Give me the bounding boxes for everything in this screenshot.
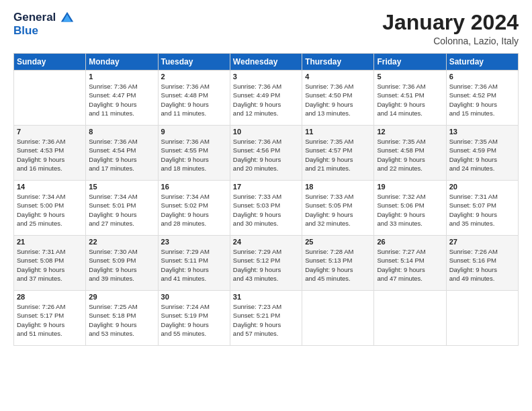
day-info: Sunrise: 7:23 AMSunset: 5:21 PMDaylight:… <box>233 302 299 338</box>
day-number: 3 <box>233 73 299 81</box>
day-number: 8 <box>89 128 154 136</box>
page-header: General Blue January 2024 Colonna, Lazio… <box>13 11 519 46</box>
calendar-cell: 11Sunrise: 7:35 AMSunset: 4:57 PMDayligh… <box>302 126 374 181</box>
location-subtitle: Colonna, Lazio, Italy <box>382 36 519 46</box>
day-info: Sunrise: 7:24 AMSunset: 5:19 PMDaylight:… <box>161 302 227 338</box>
day-info: Sunrise: 7:29 AMSunset: 5:12 PMDaylight:… <box>233 247 299 283</box>
week-row-3: 14Sunrise: 7:34 AMSunset: 5:00 PMDayligh… <box>14 181 519 236</box>
calendar-cell: 14Sunrise: 7:34 AMSunset: 5:00 PMDayligh… <box>14 181 86 236</box>
day-info: Sunrise: 7:33 AMSunset: 5:03 PMDaylight:… <box>233 192 299 228</box>
calendar-cell: 25Sunrise: 7:28 AMSunset: 5:13 PMDayligh… <box>302 236 374 291</box>
calendar-cell: 2Sunrise: 7:36 AMSunset: 4:48 PMDaylight… <box>158 71 230 126</box>
calendar-cell: 19Sunrise: 7:32 AMSunset: 5:06 PMDayligh… <box>374 181 446 236</box>
calendar-cell: 16Sunrise: 7:34 AMSunset: 5:02 PMDayligh… <box>158 181 230 236</box>
calendar-cell: 31Sunrise: 7:23 AMSunset: 5:21 PMDayligh… <box>230 291 302 346</box>
day-number: 12 <box>377 128 443 136</box>
calendar-cell <box>14 71 86 126</box>
day-info: Sunrise: 7:34 AMSunset: 5:01 PMDaylight:… <box>89 192 154 228</box>
week-row-2: 7Sunrise: 7:36 AMSunset: 4:53 PMDaylight… <box>14 126 519 181</box>
day-info: Sunrise: 7:34 AMSunset: 5:00 PMDaylight:… <box>17 192 83 228</box>
calendar-cell: 3Sunrise: 7:36 AMSunset: 4:49 PMDaylight… <box>230 71 302 126</box>
logo-blue: Blue <box>13 24 75 38</box>
day-number: 21 <box>17 238 83 246</box>
day-info: Sunrise: 7:35 AMSunset: 4:58 PMDaylight:… <box>377 137 443 173</box>
calendar-cell: 1Sunrise: 7:36 AMSunset: 4:47 PMDaylight… <box>86 71 158 126</box>
calendar-cell: 9Sunrise: 7:36 AMSunset: 4:55 PMDaylight… <box>158 126 230 181</box>
logo-text: General <box>13 11 75 26</box>
day-info: Sunrise: 7:25 AMSunset: 5:18 PMDaylight:… <box>89 302 154 338</box>
calendar-cell: 23Sunrise: 7:29 AMSunset: 5:11 PMDayligh… <box>158 236 230 291</box>
day-number: 23 <box>161 238 227 246</box>
calendar-cell: 17Sunrise: 7:33 AMSunset: 5:03 PMDayligh… <box>230 181 302 236</box>
calendar-table: SundayMondayTuesdayWednesdayThursdayFrid… <box>13 53 519 346</box>
day-number: 4 <box>305 73 371 81</box>
day-number: 2 <box>161 73 227 81</box>
calendar-cell: 28Sunrise: 7:26 AMSunset: 5:17 PMDayligh… <box>14 291 86 346</box>
calendar-cell: 15Sunrise: 7:34 AMSunset: 5:01 PMDayligh… <box>86 181 158 236</box>
calendar-cell: 22Sunrise: 7:30 AMSunset: 5:09 PMDayligh… <box>86 236 158 291</box>
week-row-4: 21Sunrise: 7:31 AMSunset: 5:08 PMDayligh… <box>14 236 519 291</box>
day-number: 26 <box>377 238 443 246</box>
day-number: 22 <box>89 238 154 246</box>
week-row-1: 1Sunrise: 7:36 AMSunset: 4:47 PMDaylight… <box>14 71 519 126</box>
day-number: 24 <box>233 238 299 246</box>
day-number: 31 <box>233 293 299 301</box>
calendar-cell: 26Sunrise: 7:27 AMSunset: 5:14 PMDayligh… <box>374 236 446 291</box>
calendar-cell: 18Sunrise: 7:33 AMSunset: 5:05 PMDayligh… <box>302 181 374 236</box>
calendar-cell: 21Sunrise: 7:31 AMSunset: 5:08 PMDayligh… <box>14 236 86 291</box>
day-info: Sunrise: 7:36 AMSunset: 4:51 PMDaylight:… <box>377 82 443 118</box>
day-number: 10 <box>233 128 299 136</box>
title-block: January 2024 Colonna, Lazio, Italy <box>382 11 519 46</box>
day-number: 25 <box>305 238 371 246</box>
calendar-cell: 24Sunrise: 7:29 AMSunset: 5:12 PMDayligh… <box>230 236 302 291</box>
calendar-cell: 20Sunrise: 7:31 AMSunset: 5:07 PMDayligh… <box>446 181 518 236</box>
day-number: 19 <box>377 183 443 191</box>
calendar-cell <box>446 291 518 346</box>
day-number: 18 <box>305 183 371 191</box>
calendar-page: General Blue January 2024 Colonna, Lazio… <box>0 0 532 411</box>
weekday-header-wednesday: Wednesday <box>230 54 302 71</box>
day-number: 29 <box>89 293 154 301</box>
day-number: 6 <box>449 73 515 81</box>
day-number: 9 <box>161 128 227 136</box>
day-info: Sunrise: 7:36 AMSunset: 4:48 PMDaylight:… <box>161 82 227 118</box>
calendar-cell: 29Sunrise: 7:25 AMSunset: 5:18 PMDayligh… <box>86 291 158 346</box>
day-number: 20 <box>449 183 515 191</box>
weekday-header-thursday: Thursday <box>302 54 374 71</box>
calendar-cell: 5Sunrise: 7:36 AMSunset: 4:51 PMDaylight… <box>374 71 446 126</box>
day-info: Sunrise: 7:28 AMSunset: 5:13 PMDaylight:… <box>305 247 371 283</box>
day-number: 13 <box>449 128 515 136</box>
day-info: Sunrise: 7:36 AMSunset: 4:52 PMDaylight:… <box>449 82 515 118</box>
calendar-cell: 27Sunrise: 7:26 AMSunset: 5:16 PMDayligh… <box>446 236 518 291</box>
day-number: 30 <box>161 293 227 301</box>
calendar-cell: 10Sunrise: 7:36 AMSunset: 4:56 PMDayligh… <box>230 126 302 181</box>
calendar-cell <box>374 291 446 346</box>
day-info: Sunrise: 7:31 AMSunset: 5:07 PMDaylight:… <box>449 192 515 228</box>
weekday-header-row: SundayMondayTuesdayWednesdayThursdayFrid… <box>14 54 519 71</box>
day-info: Sunrise: 7:26 AMSunset: 5:16 PMDaylight:… <box>449 247 515 283</box>
day-info: Sunrise: 7:29 AMSunset: 5:11 PMDaylight:… <box>161 247 227 283</box>
day-info: Sunrise: 7:27 AMSunset: 5:14 PMDaylight:… <box>377 247 443 283</box>
day-number: 1 <box>89 73 154 81</box>
day-info: Sunrise: 7:36 AMSunset: 4:47 PMDaylight:… <box>89 82 154 118</box>
calendar-cell: 8Sunrise: 7:36 AMSunset: 4:54 PMDaylight… <box>86 126 158 181</box>
day-number: 11 <box>305 128 371 136</box>
day-number: 15 <box>89 183 154 191</box>
calendar-cell: 4Sunrise: 7:36 AMSunset: 4:50 PMDaylight… <box>302 71 374 126</box>
day-number: 17 <box>233 183 299 191</box>
calendar-cell: 30Sunrise: 7:24 AMSunset: 5:19 PMDayligh… <box>158 291 230 346</box>
week-row-5: 28Sunrise: 7:26 AMSunset: 5:17 PMDayligh… <box>14 291 519 346</box>
day-info: Sunrise: 7:33 AMSunset: 5:05 PMDaylight:… <box>305 192 371 228</box>
day-info: Sunrise: 7:36 AMSunset: 4:54 PMDaylight:… <box>89 137 154 173</box>
day-info: Sunrise: 7:26 AMSunset: 5:17 PMDaylight:… <box>17 302 83 338</box>
calendar-cell: 7Sunrise: 7:36 AMSunset: 4:53 PMDaylight… <box>14 126 86 181</box>
day-info: Sunrise: 7:35 AMSunset: 4:57 PMDaylight:… <box>305 137 371 173</box>
day-info: Sunrise: 7:36 AMSunset: 4:55 PMDaylight:… <box>161 137 227 173</box>
day-info: Sunrise: 7:31 AMSunset: 5:08 PMDaylight:… <box>17 247 83 283</box>
day-number: 16 <box>161 183 227 191</box>
day-info: Sunrise: 7:36 AMSunset: 4:49 PMDaylight:… <box>233 82 299 118</box>
calendar-cell: 13Sunrise: 7:35 AMSunset: 4:59 PMDayligh… <box>446 126 518 181</box>
calendar-cell <box>302 291 374 346</box>
weekday-header-monday: Monday <box>86 54 158 71</box>
day-number: 28 <box>17 293 83 301</box>
